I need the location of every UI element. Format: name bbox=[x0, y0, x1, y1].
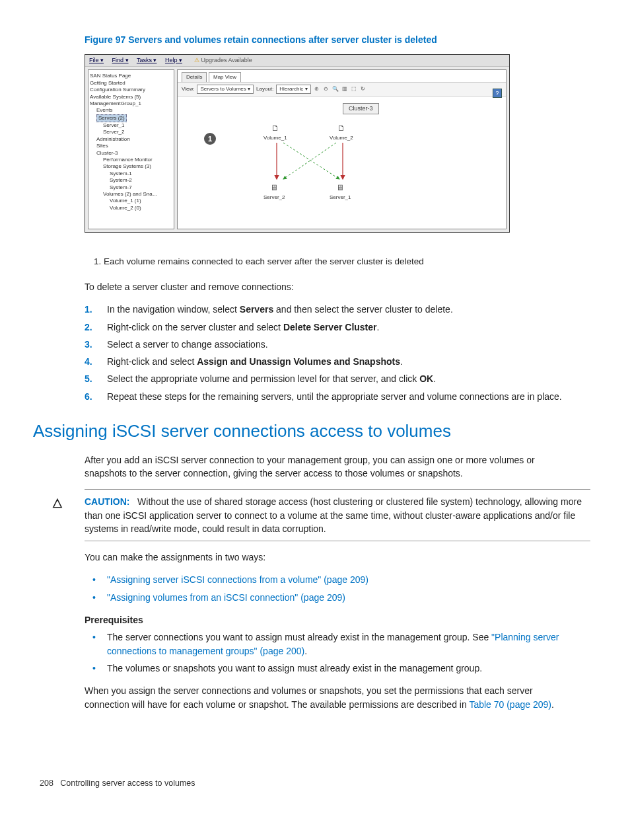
zoom-out-icon[interactable]: ⊖ bbox=[323, 85, 330, 93]
upgrades-available[interactable]: Upgrades Available bbox=[194, 57, 252, 63]
step-4: Right-click and select Assign and Unassi… bbox=[85, 355, 577, 368]
layout-dropdown[interactable]: Hierarchic ▾ bbox=[276, 85, 310, 94]
view-dropdown[interactable]: Servers to Volumes ▾ bbox=[197, 85, 254, 94]
callout-description: 1. Each volume remains connected to each… bbox=[94, 255, 590, 268]
tree-item[interactable]: System-2 bbox=[90, 177, 172, 184]
nav-tree[interactable]: SAN Status Page Getting Started Configur… bbox=[88, 69, 174, 229]
tab-map-view[interactable]: Map View bbox=[209, 72, 241, 82]
view-label: View: bbox=[182, 85, 194, 93]
tree-item[interactable]: SAN Status Page bbox=[90, 73, 172, 79]
expand-icon[interactable]: ⬚ bbox=[351, 85, 357, 93]
step-3: Select a server to change associations. bbox=[85, 338, 577, 351]
tree-item-servers[interactable]: Servers (2) bbox=[90, 114, 172, 122]
svg-line-2 bbox=[283, 143, 339, 179]
caution-block: △ CAUTION: Without the use of shared sto… bbox=[85, 489, 590, 541]
prerequisites-heading: Prerequisites bbox=[85, 613, 577, 627]
chapter-title: Controlling server access to volumes bbox=[60, 779, 195, 788]
section-heading: Assigning iSCSI server connections acces… bbox=[33, 419, 590, 444]
tree-item[interactable]: System-7 bbox=[90, 184, 172, 191]
link-assign-from-connection[interactable]: "Assigning volumes from an iSCSI connect… bbox=[107, 592, 345, 603]
main-pane: Details Map View View: Servers to Volume… bbox=[177, 69, 507, 229]
layout-icon[interactable]: ▥ bbox=[341, 85, 348, 93]
tree-item[interactable]: Server_2 bbox=[90, 129, 172, 135]
prereq-item-2: The volumes or snapshots you want to ass… bbox=[85, 662, 577, 675]
callout-marker-1: 1 bbox=[204, 133, 216, 145]
ways-list: "Assigning server iSCSI connections from… bbox=[85, 573, 577, 604]
permissions-paragraph: When you assign the server connections a… bbox=[85, 684, 577, 711]
tree-item[interactable]: System-1 bbox=[90, 171, 172, 177]
tree-item[interactable]: Sites bbox=[90, 143, 172, 149]
tree-item[interactable]: Server_1 bbox=[90, 122, 172, 129]
tree-item[interactable]: Volume_1 (1) bbox=[90, 198, 172, 204]
tree-item[interactable]: Getting Started bbox=[90, 80, 172, 87]
procedure-steps: In the navigation window, select Servers… bbox=[85, 303, 577, 403]
caution-label: CAUTION: bbox=[85, 496, 129, 507]
screenshot-figure: File ▾ Find ▾ Tasks ▾ Help ▾ Upgrades Av… bbox=[85, 54, 510, 233]
step-6: Repeat these steps for the remaining ser… bbox=[85, 390, 577, 403]
tab-details[interactable]: Details bbox=[182, 72, 207, 82]
tree-item[interactable]: Available Systems (5) bbox=[90, 94, 172, 100]
tree-item[interactable]: Administration bbox=[90, 136, 172, 143]
link-assign-from-volume[interactable]: "Assigning server iSCSI connections from… bbox=[107, 574, 368, 585]
way-item-1: "Assigning server iSCSI connections from… bbox=[85, 573, 577, 586]
refresh-icon[interactable]: ↻ bbox=[360, 85, 367, 93]
caution-icon: △ bbox=[53, 494, 62, 511]
topology-diagram: Cluster-3 Volume_1 Volume_2 Server_2 Ser… bbox=[178, 96, 506, 222]
section-intro: After you add an iSCSI server connection… bbox=[85, 453, 577, 480]
figure-caption: Figure 97 Servers and volumes retain con… bbox=[85, 33, 590, 46]
two-ways-intro: You can make the assignments in two ways… bbox=[85, 551, 577, 564]
tree-item[interactable]: Events bbox=[90, 107, 172, 114]
menu-find[interactable]: Find ▾ bbox=[112, 57, 129, 63]
tree-item[interactable]: Volumes (2) and Sna… bbox=[90, 191, 172, 198]
layout-label: Layout: bbox=[256, 85, 273, 93]
menu-file[interactable]: File ▾ bbox=[89, 57, 104, 63]
link-table-70[interactable]: Table 70 (page 209) bbox=[469, 699, 551, 710]
map-toolbar: View: Servers to Volumes ▾ Layout: Hiera… bbox=[178, 82, 506, 96]
menu-help[interactable]: Help ▾ bbox=[165, 57, 182, 63]
tree-item[interactable]: ManagementGroup_1 bbox=[90, 100, 172, 107]
zoom-fit-icon[interactable]: 🔍 bbox=[332, 85, 339, 93]
step-1: In the navigation window, select Servers… bbox=[85, 303, 577, 316]
zoom-in-icon[interactable]: ⊕ bbox=[314, 85, 320, 93]
menubar: File ▾ Find ▾ Tasks ▾ Help ▾ Upgrades Av… bbox=[85, 55, 509, 67]
step-2: Right-click on the server cluster and se… bbox=[85, 321, 577, 334]
tree-item[interactable]: Storage Systems (3) bbox=[90, 163, 172, 170]
tree-item[interactable]: Configuration Summary bbox=[90, 87, 172, 93]
prerequisites-list: The server connections you want to assig… bbox=[85, 630, 577, 675]
page-number: 208 bbox=[40, 779, 53, 788]
step-5: Select the appropriate volume and permis… bbox=[85, 372, 577, 385]
menu-tasks[interactable]: Tasks ▾ bbox=[137, 57, 157, 63]
tree-item[interactable]: Performance Monitor bbox=[90, 157, 172, 163]
way-item-2: "Assigning volumes from an iSCSI connect… bbox=[85, 591, 577, 604]
prereq-item-1: The server connections you want to assig… bbox=[85, 630, 577, 658]
page-footer: 208 Controlling server access to volumes bbox=[40, 777, 590, 789]
intro-paragraph: To delete a server cluster and remove co… bbox=[85, 280, 577, 293]
tree-item[interactable]: Volume_2 (0) bbox=[90, 205, 172, 211]
caution-text: Without the use of shared storage access… bbox=[85, 496, 582, 534]
tree-item[interactable]: Cluster-3 bbox=[90, 150, 172, 157]
